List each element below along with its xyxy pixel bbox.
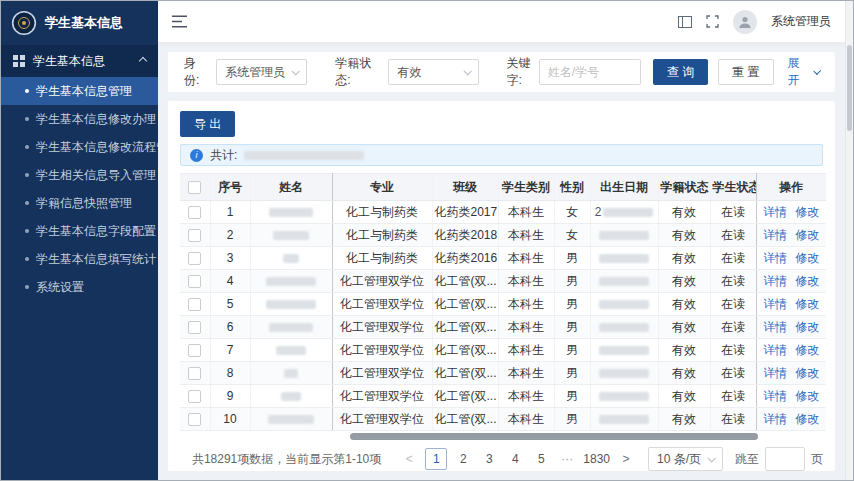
sidebar-item-8[interactable]: 系统设置: [1, 273, 158, 301]
menu-fold-icon[interactable]: [172, 15, 187, 28]
prev-page-button[interactable]: <: [399, 448, 419, 470]
cell-category: 本科生: [498, 201, 554, 224]
redacted-name: [281, 392, 301, 401]
cell-index: 4: [210, 270, 250, 293]
detail-link[interactable]: 详情: [763, 274, 787, 288]
page-button-1[interactable]: 1: [425, 448, 447, 470]
row-checkbox[interactable]: [188, 206, 201, 219]
sidebar-item-6[interactable]: 学生基本信息字段配置: [1, 217, 158, 245]
keyword-input[interactable]: [539, 59, 641, 85]
identity-select[interactable]: 系统管理员: [216, 59, 307, 85]
cell-gender: 女: [554, 224, 590, 247]
cell-major: 化工管理双学位: [332, 293, 432, 316]
sidebar-item-1[interactable]: 学生基本信息管理: [1, 77, 158, 105]
edit-link[interactable]: 修改: [795, 320, 819, 334]
edit-link[interactable]: 修改: [795, 228, 819, 242]
cell-class: 化药类2016: [432, 247, 498, 270]
sidebar-item-7[interactable]: 学生基本信息填写统计: [1, 245, 158, 273]
expand-label: 展开: [788, 55, 809, 89]
app-title: 学生基本信息: [45, 14, 123, 32]
row-checkbox[interactable]: [188, 390, 201, 403]
cell-gender: 男: [554, 385, 590, 408]
cell-status: 有效: [658, 201, 710, 224]
detail-link[interactable]: 详情: [763, 297, 787, 311]
row-checkbox[interactable]: [188, 413, 201, 426]
edit-link[interactable]: 修改: [795, 274, 819, 288]
page-button-5[interactable]: 5: [531, 448, 551, 470]
vertical-scrollbar[interactable]: [847, 45, 852, 131]
chevron-down-icon: [707, 454, 715, 462]
table-row: 4化工管理双学位化工管(双...本科生男有效在读详情修改: [180, 270, 826, 293]
horizontal-scrollbar[interactable]: [350, 433, 758, 440]
edit-link[interactable]: 修改: [795, 412, 819, 426]
row-checkbox[interactable]: [188, 367, 201, 380]
expand-filters-link[interactable]: 展开: [788, 55, 819, 89]
cell-class: 化工管(双...: [432, 316, 498, 339]
keyword-label: 关键字:: [507, 55, 531, 89]
edit-link[interactable]: 修改: [795, 343, 819, 357]
jump-label: 跳至: [735, 451, 759, 468]
detail-link[interactable]: 详情: [763, 412, 787, 426]
detail-link[interactable]: 详情: [763, 228, 787, 242]
menu-item-dot-icon: [25, 229, 29, 233]
cell-actions: 详情修改: [756, 247, 826, 270]
sidebar-group-toggle[interactable]: 学生基本信息: [1, 45, 158, 77]
sidebar-item-3[interactable]: 学生基本信息修改流程管理: [1, 133, 158, 161]
cell-category: 本科生: [498, 408, 554, 431]
row-checkbox[interactable]: [188, 275, 201, 288]
cell-name: [250, 339, 332, 362]
sidebar-item-2[interactable]: 学生基本信息修改办理: [1, 105, 158, 133]
page-button-1830[interactable]: 1830: [583, 448, 610, 470]
detail-link[interactable]: 详情: [763, 320, 787, 334]
column-header: 姓名: [250, 174, 332, 201]
row-checkbox[interactable]: [188, 298, 201, 311]
edit-link[interactable]: 修改: [795, 251, 819, 265]
sidebar-item-label: 学籍信息快照管理: [36, 195, 132, 212]
avatar[interactable]: [733, 10, 757, 34]
page-button-4[interactable]: 4: [505, 448, 525, 470]
row-checkbox[interactable]: [188, 321, 201, 334]
row-checkbox[interactable]: [188, 229, 201, 242]
search-button[interactable]: 查 询: [653, 59, 708, 85]
cell-actions: 详情修改: [756, 408, 826, 431]
edit-link[interactable]: 修改: [795, 366, 819, 380]
status-select[interactable]: 有效: [388, 59, 478, 85]
cell-major: 化工管理双学位: [332, 362, 432, 385]
detail-link[interactable]: 详情: [763, 366, 787, 380]
edit-link[interactable]: 修改: [795, 297, 819, 311]
detail-link[interactable]: 详情: [763, 389, 787, 403]
app-window: 学生基本信息 学生基本信息 学生基本信息管理学生基本信息修改办理学生基本信息修改…: [0, 0, 854, 481]
edit-link[interactable]: 修改: [795, 205, 819, 219]
cell-state: 在读: [710, 339, 756, 362]
edit-link[interactable]: 修改: [795, 389, 819, 403]
cell-actions: 详情修改: [756, 224, 826, 247]
sidebar-item-4[interactable]: 学生相关信息导入管理: [1, 161, 158, 189]
fullscreen-icon[interactable]: [706, 15, 719, 28]
page-button-2[interactable]: 2: [453, 448, 473, 470]
page-size-select[interactable]: 10 条/页: [648, 447, 723, 471]
cell-category: 本科生: [498, 362, 554, 385]
row-checkbox[interactable]: [188, 344, 201, 357]
export-button[interactable]: 导 出: [180, 111, 235, 137]
pagination-total: 共18291项数据，当前显示第1-10项: [192, 451, 381, 468]
column-header: 操作: [756, 174, 826, 201]
detail-link[interactable]: 详情: [763, 343, 787, 357]
cell-birthdate: 2: [590, 201, 658, 224]
sidebar-item-5[interactable]: 学籍信息快照管理: [1, 189, 158, 217]
cell-major: 化工管理双学位: [332, 270, 432, 293]
sidebar-item-label: 学生基本信息修改流程管理: [36, 139, 158, 156]
redacted-name: [268, 415, 314, 424]
cell-actions: 详情修改: [756, 339, 826, 362]
select-all-checkbox[interactable]: [188, 181, 201, 194]
layout-icon[interactable]: [678, 16, 692, 28]
reset-button[interactable]: 重 置: [718, 59, 773, 85]
row-checkbox[interactable]: [188, 252, 201, 265]
cell-actions: 详情修改: [756, 316, 826, 339]
sidebar-item-label: 学生基本信息管理: [36, 83, 132, 100]
next-page-button[interactable]: >: [616, 448, 636, 470]
pager-ellipsis: ···: [557, 448, 577, 470]
detail-link[interactable]: 详情: [763, 205, 787, 219]
detail-link[interactable]: 详情: [763, 251, 787, 265]
page-button-3[interactable]: 3: [479, 448, 499, 470]
jump-page-input[interactable]: [765, 447, 805, 471]
